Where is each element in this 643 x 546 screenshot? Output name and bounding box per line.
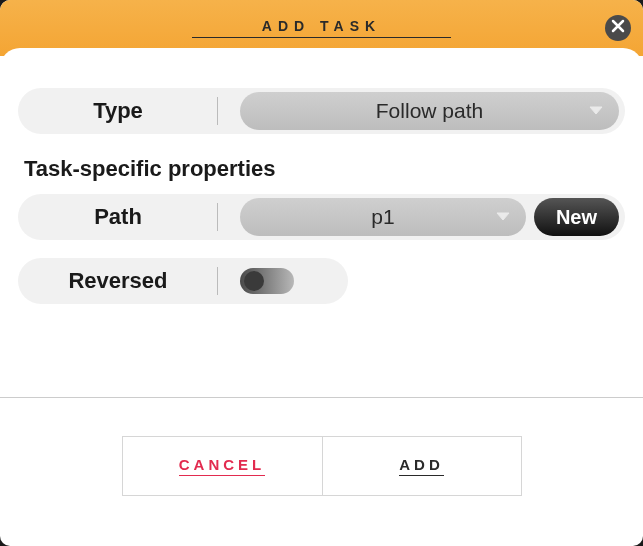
path-dropdown-value: p1 [371,205,394,229]
close-icon [611,19,625,37]
dialog-title: ADD TASK [192,18,451,38]
chevron-down-icon [589,106,603,116]
reversed-control [218,268,348,294]
reversed-toggle[interactable] [240,268,294,294]
reversed-label: Reversed [18,268,218,294]
type-dropdown-value: Follow path [376,99,483,123]
dialog-footer: CANCEL ADD [0,397,643,546]
task-properties-heading: Task-specific properties [24,156,625,182]
type-dropdown[interactable]: Follow path [240,92,619,130]
path-control: p1 New [218,198,625,236]
path-dropdown[interactable]: p1 [240,198,526,236]
close-button[interactable] [605,15,631,41]
type-control: Follow path [218,92,625,130]
add-button-label: ADD [399,456,444,476]
new-path-button[interactable]: New [534,198,619,236]
type-row: Type Follow path [18,88,625,134]
dialog-body: Type Follow path Task-specific propertie… [0,48,643,397]
chevron-down-icon [496,212,510,222]
cancel-button[interactable]: CANCEL [122,436,322,496]
add-task-dialog: ADD TASK Type Follow path Task-specific … [0,0,643,546]
type-label: Type [18,98,218,124]
add-button[interactable]: ADD [322,436,522,496]
path-label: Path [18,204,218,230]
path-row: Path p1 New [18,194,625,240]
toggle-knob [244,271,264,291]
new-path-button-label: New [556,206,597,229]
cancel-button-label: CANCEL [179,456,266,476]
reversed-row: Reversed [18,258,348,304]
